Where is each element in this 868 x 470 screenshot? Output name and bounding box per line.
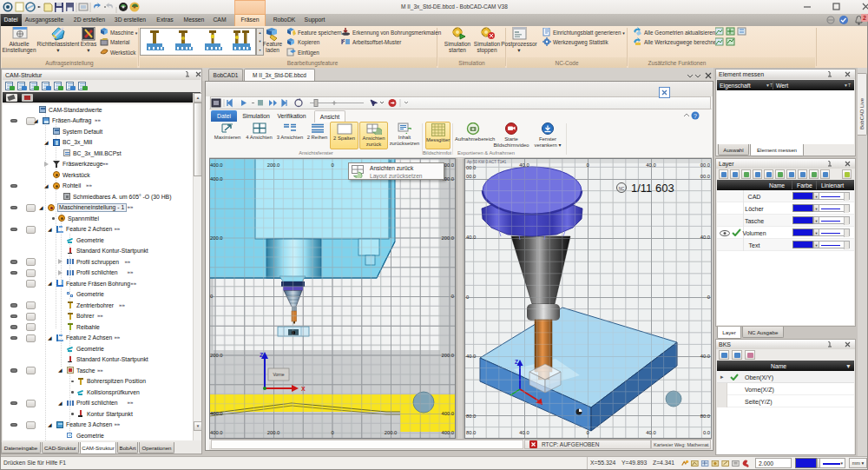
svg-text:0: 0 [210, 294, 213, 299]
svg-text:400.0: 400.0 [441, 411, 454, 416]
svg-text:400.0: 400.0 [210, 430, 223, 435]
svg-text:400.0: 400.0 [210, 176, 223, 182]
svg-text:X: X [301, 386, 306, 392]
svg-text:400.0: 400.0 [441, 430, 454, 435]
svg-text:00.0: 00.0 [700, 174, 710, 179]
svg-text:0: 0 [586, 162, 589, 168]
svg-text:Vorne: Vorne [273, 372, 284, 377]
svg-text:200.0: 200.0 [210, 353, 223, 358]
svg-text:Ap:50 KW 0 ACT T1#1: Ap:50 KW 0 ACT T1#1 [467, 160, 507, 164]
svg-text:200.0: 200.0 [441, 353, 454, 358]
svg-text:40.0: 40.0 [700, 354, 710, 359]
svg-text:40.0: 40.0 [519, 430, 529, 435]
svg-text:200.0: 200.0 [385, 430, 398, 435]
svg-text:80.0: 80.0 [700, 414, 710, 419]
svg-text:NC: NC [619, 187, 625, 191]
svg-text:0.0: 0.0 [703, 430, 710, 435]
svg-text:200.0: 200.0 [210, 235, 223, 241]
svg-text:200.0: 200.0 [267, 162, 280, 168]
svg-text:40.0: 40.0 [646, 430, 655, 435]
svg-text:0: 0 [331, 430, 333, 435]
svg-text:400.0: 400.0 [210, 162, 223, 168]
svg-text:0: 0 [451, 294, 454, 299]
svg-text:40.0: 40.0 [700, 235, 710, 240]
svg-text:0: 0 [466, 295, 469, 300]
svg-text:0: 0 [707, 295, 710, 300]
svg-text:00.0: 00.0 [466, 174, 476, 179]
svg-text:200.0: 200.0 [441, 235, 454, 241]
svg-text:Z: Z [260, 352, 264, 358]
svg-text:40.0: 40.0 [466, 354, 476, 359]
svg-text:200.0: 200.0 [267, 430, 280, 435]
svg-text:400.0: 400.0 [210, 411, 223, 416]
svg-text:2: 2 [863, 15, 866, 21]
svg-text:80.0: 80.0 [466, 414, 476, 419]
svg-text:00.0: 00.0 [700, 162, 710, 168]
svg-text:40.0: 40.0 [646, 162, 655, 168]
svg-text:40.0: 40.0 [466, 235, 476, 240]
svg-text:80.0: 80.0 [466, 430, 476, 435]
svg-text:0: 0 [586, 430, 589, 435]
svg-text:?: ? [694, 113, 697, 119]
svg-text:40.0: 40.0 [519, 162, 529, 168]
svg-text:0: 0 [331, 162, 333, 168]
svg-text:00.0: 00.0 [466, 165, 476, 170]
svg-text:1/11 603: 1/11 603 [631, 182, 674, 195]
